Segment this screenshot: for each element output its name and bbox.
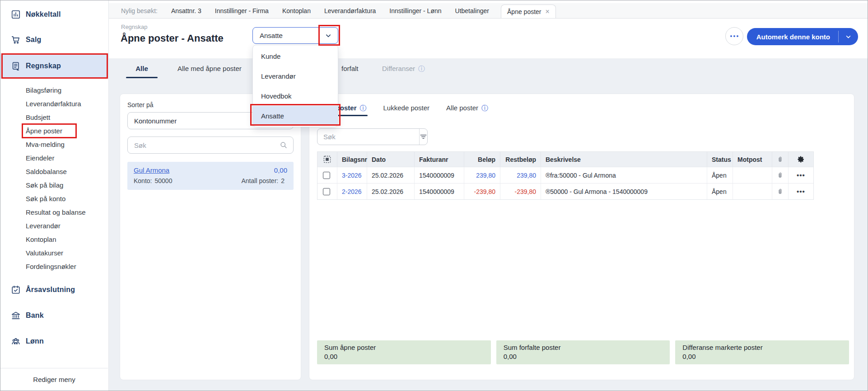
sidebar-subitem[interactable]: Leverandør: [0, 219, 108, 233]
dato-cell: 25.02.2026: [367, 184, 415, 199]
search-icon: [280, 141, 288, 149]
sidebar-subitem[interactable]: Leverandørfaktura: [0, 97, 108, 111]
fakturanr-cell: 1540000009: [415, 167, 464, 183]
people-icon: [10, 336, 21, 347]
table-row: 3-2026 25.02.2026 1540000009 239,80 239,…: [317, 167, 813, 183]
bank-icon: [10, 310, 21, 321]
account-search: [127, 137, 294, 154]
dropdown-option[interactable]: Hovedbok: [253, 86, 338, 106]
sidebar-subitem[interactable]: Valutakurser: [0, 246, 108, 260]
motpost-cell: [733, 184, 772, 199]
bilagsnr-link[interactable]: 2-2026: [337, 184, 367, 199]
tab-differanser[interactable]: Differanser ⓘ: [382, 58, 425, 78]
sidebar-item-regnskap[interactable]: Regnskap: [0, 53, 108, 79]
attachment-icon[interactable]: [772, 167, 789, 183]
recent-link[interactable]: Innstillinger - Firma: [215, 7, 269, 14]
summary-label: Differanse markerte poster: [682, 344, 842, 351]
app-window: Nøkkeltall Salg Regnskap Bilagsføring Le…: [0, 0, 868, 391]
sidebar-subitem[interactable]: Mva-melding: [0, 138, 108, 151]
col-beskrivelse[interactable]: Beskrivelse: [541, 152, 707, 167]
summary-value: 0,00: [324, 353, 484, 360]
tab-alle-poster[interactable]: Alle poster ⓘ: [446, 100, 488, 115]
sidebar-subitem[interactable]: Søk på konto: [0, 192, 108, 206]
attachment-column-icon: [772, 152, 789, 167]
recent-link[interactable]: Utbetalinger: [455, 7, 490, 14]
account-search-input[interactable]: [129, 141, 280, 149]
edit-menu-button[interactable]: Rediger meny: [0, 368, 108, 391]
select-all-checkbox[interactable]: [317, 152, 337, 167]
chevron-down-icon[interactable]: [324, 32, 332, 40]
sidebar-subitem[interactable]: Resultat og balanse: [0, 206, 108, 219]
status-cell: Åpen: [707, 167, 733, 183]
tab-lukkede-poster[interactable]: Lukkede poster: [383, 100, 430, 115]
tab-forfalt-partial[interactable]: forfalt: [341, 58, 359, 78]
sidebar-item-arsavslutning[interactable]: Årsavslutning: [0, 278, 108, 302]
sidebar-item-lonn[interactable]: Lønn: [0, 329, 108, 353]
info-icon[interactable]: ⓘ: [481, 104, 488, 111]
info-icon[interactable]: ⓘ: [418, 65, 425, 72]
sidebar-item-salg[interactable]: Salg: [0, 28, 108, 52]
row-actions-button[interactable]: •••: [789, 184, 813, 199]
row-checkbox-cell: [317, 184, 337, 199]
breadcrumb: Regnskap: [121, 24, 148, 30]
beskrivelse-cell: ®50000 - Gul Armona - 1540000009: [541, 184, 707, 199]
automark-dropdown-button[interactable]: [839, 28, 858, 45]
sidebar-item-nokkeltall[interactable]: Nøkkeltall: [0, 2, 108, 27]
tab-alle[interactable]: Alle: [126, 58, 158, 78]
page-title: Åpne poster - Ansatte: [121, 33, 224, 44]
entity-type-select[interactable]: Ansatte: [252, 27, 338, 44]
dropdown-option[interactable]: Kunde: [253, 46, 338, 66]
bilagsnr-link[interactable]: 3-2026: [337, 167, 367, 183]
account-list-item[interactable]: Gul Armona 0,00 Konto:50000 Antall poste…: [127, 162, 294, 190]
close-icon[interactable]: ×: [546, 8, 550, 15]
entity-type-dropdown: Kunde Leverandør Hovedbok Ansatte: [252, 45, 338, 127]
recent-link[interactable]: Innstillinger - Lønn: [389, 7, 441, 14]
sidebar-subitem[interactable]: Bilagsføring: [0, 84, 108, 97]
sidebar-subitem[interactable]: Åpne poster: [0, 124, 108, 138]
more-actions-button[interactable]: [725, 27, 743, 45]
col-bilagsnr[interactable]: Bilagsnr: [337, 152, 367, 167]
recent-link[interactable]: Ansattnr. 3: [171, 7, 201, 14]
recent-link[interactable]: Leverandørfaktura: [324, 7, 376, 14]
summary-box: Sum åpne poster 0,00: [317, 340, 491, 364]
sidebar-subitem[interactable]: Søk på bilag: [0, 179, 108, 192]
sidebar-item-label: Lønn: [26, 337, 44, 345]
table-settings-gear-icon[interactable]: [789, 152, 813, 167]
open-page-tab[interactable]: Åpne poster ×: [501, 5, 556, 18]
sidebar: Nøkkeltall Salg Regnskap Bilagsføring Le…: [0, 0, 109, 391]
row-actions-button[interactable]: •••: [789, 167, 813, 183]
summary-label: Sum forfalte poster: [504, 344, 663, 351]
sidebar-subitem[interactable]: Saldobalanse: [0, 165, 108, 179]
row-checkbox[interactable]: [323, 172, 330, 179]
sidebar-subitem[interactable]: Eiendeler: [0, 151, 108, 165]
summary-row: Sum åpne poster 0,00 Sum forfalte poster…: [317, 340, 849, 364]
dropdown-option[interactable]: Ansatte: [253, 106, 338, 126]
sidebar-item-bank[interactable]: Bank: [0, 303, 108, 328]
posts-search-input[interactable]: [317, 129, 419, 145]
col-status[interactable]: Status: [707, 152, 733, 167]
automark-button[interactable]: Automerk denne konto: [747, 28, 858, 45]
count-label: Antall poster:: [241, 177, 278, 184]
row-checkbox[interactable]: [323, 188, 330, 195]
sidebar-item-label: Nøkkeltall: [26, 10, 61, 19]
col-fakturanr[interactable]: Fakturanr: [415, 152, 464, 167]
attachment-icon[interactable]: [772, 184, 789, 199]
tab-alle-med-apne-poster[interactable]: Alle med åpne poster: [177, 58, 242, 78]
account-name-link[interactable]: Gul Armona: [134, 166, 169, 174]
fakturanr-cell: 1540000009: [415, 184, 464, 199]
recently-visited-bar: Nylig besøkt: Ansattnr. 3 Innstillinger …: [109, 3, 868, 19]
automark-button-label: Automerk denne konto: [747, 28, 838, 45]
recent-link[interactable]: Kontoplan: [282, 7, 311, 14]
sidebar-subitem[interactable]: Kontoplan: [0, 233, 108, 246]
dropdown-option[interactable]: Leverandør: [253, 66, 338, 86]
sidebar-subitem[interactable]: Budsjett: [0, 111, 108, 124]
col-motpost[interactable]: Motpost: [733, 152, 772, 167]
filter-button[interactable]: [419, 129, 427, 145]
info-icon[interactable]: ⓘ: [360, 104, 367, 111]
sidebar-item-label: Bank: [26, 311, 44, 320]
col-restbelop[interactable]: Restbeløp: [500, 152, 541, 167]
sidebar-subitem[interactable]: Fordelingsnøkler: [0, 260, 108, 273]
posts-table: Bilagsnr Dato Fakturanr Beløp Restbeløp …: [317, 151, 814, 200]
col-belop[interactable]: Beløp: [464, 152, 500, 167]
col-dato[interactable]: Dato: [367, 152, 415, 167]
